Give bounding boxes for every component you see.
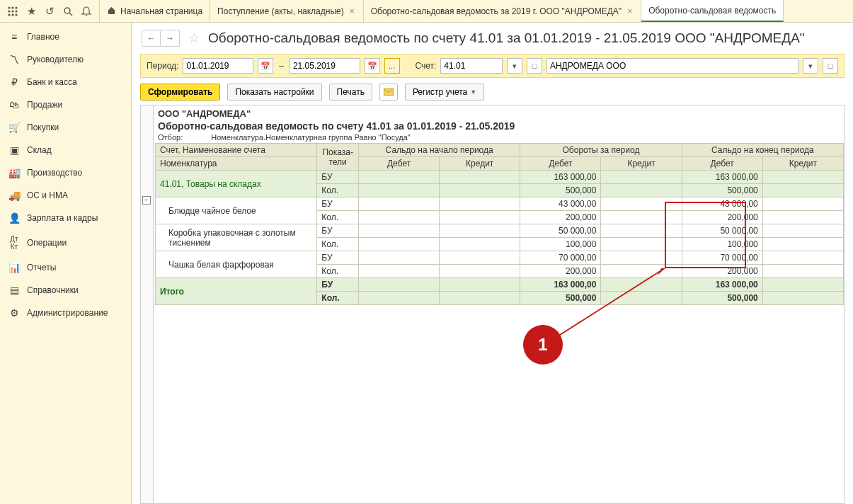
cell: 50 000,00: [682, 224, 762, 238]
sidebar-label: Операции: [27, 238, 67, 248]
cell: [601, 224, 682, 238]
org-input[interactable]: [546, 58, 799, 74]
sidebar-label: Покупки: [27, 122, 59, 132]
print-button[interactable]: Печать: [329, 84, 372, 101]
svg-point-0: [8, 6, 10, 8]
title-bar: ← → ☆ Оборотно-сальдовая ведомость по сч…: [132, 23, 853, 51]
report-title: Оборотно-сальдовая ведомость по счету 41…: [158, 119, 841, 133]
close-icon[interactable]: ×: [348, 6, 356, 16]
sidebar-item-reference[interactable]: ▤Справочники: [0, 279, 131, 302]
apps-icon[interactable]: [4, 3, 21, 20]
svg-point-1: [11, 6, 13, 8]
account-input[interactable]: [440, 58, 503, 74]
sidebar-item-operations[interactable]: ДтКтОперации: [0, 229, 131, 256]
cell: [601, 197, 682, 211]
col-credit: Кредит: [762, 157, 843, 171]
sidebar-label: Продажи: [27, 100, 62, 110]
cell-indicator: Кол.: [317, 238, 359, 251]
cell: [762, 238, 843, 251]
period-label: Период:: [147, 61, 178, 71]
sidebar-item-sales[interactable]: 🛍Продажи: [0, 93, 131, 116]
nav-forward-button[interactable]: →: [161, 30, 179, 46]
sidebar-item-purchases[interactable]: 🛒Покупки: [0, 116, 131, 139]
search-icon[interactable]: [59, 3, 76, 20]
cell: 100,000: [682, 238, 762, 251]
svg-point-11: [86, 14, 87, 16]
calendar-icon[interactable]: 📅: [365, 58, 380, 74]
cell: 70 000,00: [682, 251, 762, 265]
open-icon[interactable]: □: [823, 58, 838, 74]
sidebar-item-production[interactable]: 🏭Производство: [0, 161, 131, 184]
cell-item-name: Чашка белая фарфоровая: [156, 251, 317, 278]
sidebar-item-bank[interactable]: ₽Банк и касса: [0, 71, 131, 93]
cell: 163 000,00: [520, 171, 601, 184]
tab-osv-active[interactable]: Оборотно-сальдовая ведомость: [641, 0, 784, 22]
cell: 200,000: [682, 211, 762, 224]
date-from-input[interactable]: [183, 58, 253, 74]
box-icon: ▣: [8, 144, 20, 156]
cell: [762, 197, 843, 211]
table-row[interactable]: Блюдце чайное белое БУ 43 000,00 43 000,…: [156, 197, 844, 211]
table-row[interactable]: Коробка упаковочная с золотым тиснением …: [156, 224, 844, 238]
col-turnover: Обороты за период: [520, 144, 682, 157]
cell: [601, 278, 682, 292]
sidebar-item-assets[interactable]: 🚚ОС и НМА: [0, 184, 131, 207]
register-label: Регистр учета: [413, 87, 467, 97]
tab-osv-2019[interactable]: Оборотно-сальдовая ведомость за 2019 г. …: [364, 0, 641, 22]
open-icon[interactable]: □: [527, 58, 542, 74]
generate-button[interactable]: Сформировать: [140, 84, 220, 101]
date-to-input[interactable]: [290, 58, 360, 74]
nav-back-button[interactable]: ←: [142, 30, 161, 46]
col-debit: Дебет: [520, 157, 601, 171]
dropdown-icon[interactable]: ▾: [507, 58, 522, 74]
sidebar-item-payroll[interactable]: 👤Зарплата и кадры: [0, 207, 131, 229]
sidebar-item-main[interactable]: ≡Главное: [0, 25, 131, 48]
cell: [762, 171, 843, 184]
table-row[interactable]: Чашка белая фарфоровая БУ 70 000,00 70 0…: [156, 251, 844, 265]
cell-indicator: БУ: [317, 197, 359, 211]
close-icon[interactable]: ×: [626, 6, 634, 16]
favorite-star-icon[interactable]: ☆: [185, 30, 202, 46]
history-icon[interactable]: ↺: [41, 3, 58, 20]
sidebar-item-warehouse[interactable]: ▣Склад: [0, 139, 131, 161]
dropdown-icon[interactable]: ▾: [803, 58, 818, 74]
svg-point-7: [11, 13, 13, 16]
cell: [601, 265, 682, 278]
table-row[interactable]: 41.01, Товары на складах БУ 163 000,00 1…: [156, 171, 844, 184]
period-picker-button[interactable]: ...: [384, 58, 400, 74]
account-label: Счет:: [415, 61, 436, 71]
ruble-icon: ₽: [8, 76, 20, 88]
table-row-total[interactable]: Итого БУ 163 000,00 163 000,00: [156, 278, 844, 292]
sidebar-label: Банк и касса: [27, 77, 77, 87]
sidebar-label: Администрирование: [27, 308, 108, 318]
mail-button[interactable]: [379, 84, 398, 101]
operations-icon: ДтКт: [8, 235, 20, 251]
cell: [440, 184, 520, 197]
cell: 100,000: [520, 238, 601, 251]
tab-home[interactable]: Начальная страница: [100, 0, 210, 22]
svg-point-4: [11, 10, 13, 12]
cell: [440, 251, 520, 265]
outline-toggle-icon[interactable]: −: [142, 196, 151, 205]
action-bar: Сформировать Показать настройки Печать Р…: [140, 84, 845, 101]
cell: [440, 278, 520, 292]
cell: [359, 265, 440, 278]
filter-label: Отбор:: [158, 133, 183, 142]
star-icon[interactable]: ★: [23, 3, 40, 20]
calendar-icon[interactable]: 📅: [258, 58, 273, 74]
cell: [762, 292, 843, 305]
bell-icon[interactable]: [78, 3, 95, 20]
settings-button[interactable]: Показать настройки: [227, 84, 321, 101]
register-button[interactable]: Регистр учета▼: [405, 84, 484, 101]
sidebar-item-manager[interactable]: 〽Руководителю: [0, 48, 131, 71]
sidebar-item-admin[interactable]: ⚙Администрирование: [0, 302, 131, 324]
sidebar-label: Зарплата и кадры: [27, 213, 98, 223]
sidebar-item-reports[interactable]: 📊Отчеты: [0, 256, 131, 279]
tab-receipt[interactable]: Поступление (акты, накладные) ×: [210, 0, 364, 22]
top-icons: ★ ↺: [0, 0, 100, 22]
cell: [359, 171, 440, 184]
cell-indicator: Кол.: [317, 292, 359, 305]
nav-group: ← →: [142, 30, 180, 47]
cell: [601, 292, 682, 305]
col-end-period: Сальдо на конец периода: [682, 144, 843, 157]
